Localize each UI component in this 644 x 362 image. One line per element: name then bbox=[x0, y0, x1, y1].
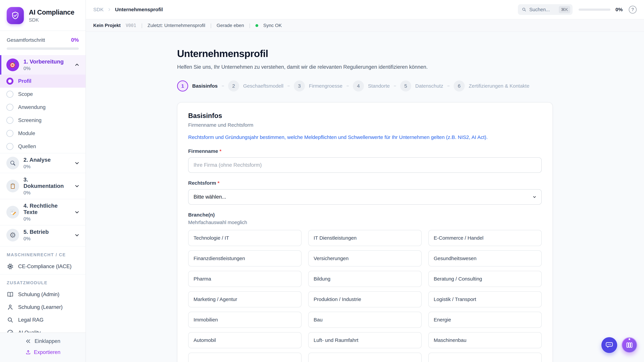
breadcrumb: SDK Unternehmensprofil bbox=[93, 7, 163, 12]
sidebar-group[interactable]: ⚙ 4. Rechtliche Texte 0% bbox=[0, 199, 86, 225]
group-icon: ⚙ bbox=[6, 206, 19, 219]
clipboard-icon bbox=[9, 183, 16, 190]
shield-check-icon bbox=[10, 11, 20, 20]
sidebar-module-item[interactable]: Schulung (Learner) bbox=[0, 301, 86, 314]
topbar-progress-track bbox=[578, 8, 610, 11]
branche-option-button[interactable]: Logistik / Transport bbox=[428, 291, 542, 307]
branche-option-button[interactable]: Automobil bbox=[188, 332, 302, 348]
sync-status: Sync OK bbox=[263, 23, 282, 28]
sidebar-module-item[interactable]: Legal RAG bbox=[0, 314, 86, 326]
sidebar-subitem-label: Profil bbox=[18, 78, 31, 84]
branche-option-button[interactable]: Immobilien bbox=[188, 312, 302, 328]
group-text: 2. Analyse 0% bbox=[24, 157, 51, 169]
sidebar-group[interactable]: ⚙ 2. Analyse 0% bbox=[0, 153, 86, 173]
divider: | bbox=[210, 23, 212, 28]
card-title: Basisinfos bbox=[188, 112, 542, 119]
wizard-step[interactable]: 6 Zertifizierungen & Kontakte bbox=[443, 80, 530, 91]
sidebar-subitem[interactable]: Module bbox=[0, 127, 86, 140]
chevron-right-icon bbox=[107, 7, 112, 12]
divider: | bbox=[249, 23, 250, 28]
chat-button[interactable] bbox=[602, 337, 617, 353]
wizard-step[interactable]: 1 Basisinfos bbox=[177, 80, 218, 91]
branche-option-button[interactable]: Energie bbox=[428, 312, 542, 328]
chevron-up-icon bbox=[74, 62, 80, 68]
sidebar-subitem-label: Scope bbox=[18, 91, 33, 97]
collapse-sidebar-button[interactable]: Einklappen bbox=[25, 338, 60, 344]
sidebar-subitem-label: Module bbox=[18, 130, 35, 136]
rechtsform-select[interactable]: Bitte wählen... bbox=[188, 189, 542, 205]
topbar-progress-value: 0% bbox=[616, 7, 623, 12]
chevron-down-icon bbox=[74, 209, 80, 215]
branche-option-button[interactable]: Pharma bbox=[188, 271, 302, 287]
sidebar-group[interactable]: ⚙ 5. Betrieb 0% bbox=[0, 225, 86, 245]
branche-option-button[interactable]: Beratung / Consulting bbox=[428, 271, 542, 287]
branche-option-button[interactable]: Finanzdienstleistungen bbox=[188, 250, 302, 267]
sidebar-subitem[interactable]: Screening bbox=[0, 114, 86, 127]
sidebar-groups: ⚙ 2. Analyse 0% bbox=[0, 153, 86, 245]
rechtsform-label: Rechtsform * bbox=[188, 180, 542, 186]
chat-bubble-icon bbox=[605, 341, 613, 349]
step-separator bbox=[394, 86, 396, 86]
branche-option-button[interactable]: Luft- und Raumfahrt bbox=[308, 332, 422, 348]
sidebar-subitem[interactable]: Anwendung bbox=[0, 101, 86, 114]
panels-button[interactable] bbox=[622, 337, 637, 353]
search-box[interactable]: ⌘K bbox=[518, 4, 572, 15]
branche-option-button[interactable]: Bau bbox=[308, 312, 422, 328]
columns-icon bbox=[626, 341, 634, 349]
sidebar-subitem[interactable]: Profil bbox=[0, 75, 86, 88]
step-separator bbox=[288, 86, 290, 86]
group-text: 5. Betrieb 0% bbox=[24, 229, 49, 242]
sidebar-nav: 1. Vorbereitung 0% Profil Scope Anwendun… bbox=[0, 55, 86, 333]
app-logo bbox=[7, 7, 24, 24]
sidebar-subitem-label: Quellen bbox=[18, 143, 36, 149]
content: Unternehmensprofil Helfen Sie uns, Ihr U… bbox=[86, 32, 644, 362]
overall-progress: Gesamtfortschritt 0% bbox=[0, 31, 86, 55]
step-label: Geschaeftsmodell bbox=[243, 83, 284, 89]
sidebar-subitem[interactable]: Quellen bbox=[0, 140, 86, 153]
firmenname-label: Firmenname * bbox=[188, 148, 542, 154]
version-badge: V001 bbox=[126, 23, 136, 28]
group-text: 4. Rechtliche Texte 0% bbox=[24, 203, 70, 222]
step-number: 4 bbox=[353, 80, 364, 91]
branche-option-button[interactable] bbox=[428, 353, 542, 362]
breadcrumb-root[interactable]: SDK bbox=[93, 7, 104, 12]
branche-option-button[interactable] bbox=[308, 353, 422, 362]
sidebar-group-vorbereitung[interactable]: 1. Vorbereitung 0% bbox=[0, 55, 86, 75]
wizard-stepper: 1 Basisinfos 2 Geschaeftsmodell 3 Firmen… bbox=[177, 80, 553, 91]
branche-option-button[interactable]: Technologie / IT bbox=[188, 230, 302, 246]
firmenname-input[interactable] bbox=[188, 157, 542, 173]
radio-icon bbox=[6, 117, 14, 124]
group-progress: 0% bbox=[24, 190, 70, 196]
radio-icon bbox=[6, 130, 14, 137]
step-separator bbox=[447, 86, 450, 86]
sidebar-group[interactable]: ⚙ 3. Dokumentation 0% bbox=[0, 173, 86, 199]
wizard-step[interactable]: 5 Datenschutz bbox=[390, 80, 443, 91]
sidebar-module-item[interactable]: Schulung (Admin) bbox=[0, 288, 86, 301]
wizard-step[interactable]: 3 Firmengroesse bbox=[284, 80, 342, 91]
branche-option-button[interactable]: IT Dienstleistungen bbox=[308, 230, 422, 246]
help-button[interactable]: ? bbox=[629, 6, 636, 13]
branche-option-button[interactable]: E-Commerce / Handel bbox=[428, 230, 542, 246]
sidebar-footer: Einklappen Exportieren bbox=[0, 333, 86, 362]
step-separator bbox=[346, 86, 349, 86]
branche-option-button[interactable]: Versicherungen bbox=[308, 250, 422, 267]
sidebar-module-item[interactable]: AI Quality bbox=[0, 326, 86, 333]
branche-option-button[interactable]: Marketing / Agentur bbox=[188, 291, 302, 307]
upload-icon bbox=[25, 349, 31, 355]
branche-option-button[interactable]: Maschinenbau bbox=[428, 332, 542, 348]
app-title-block: AI Compliance SDK bbox=[29, 8, 74, 23]
sidebar-subitem[interactable]: Scope bbox=[0, 88, 86, 101]
wizard-step[interactable]: 2 Geschaeftsmodell bbox=[218, 80, 284, 91]
search-input[interactable] bbox=[529, 7, 556, 12]
branche-option-button[interactable]: Produktion / Industrie bbox=[308, 291, 422, 307]
export-button[interactable]: Exportieren bbox=[25, 349, 60, 355]
sidebar-subitem-label: Anwendung bbox=[18, 104, 46, 110]
group-label: 3. Dokumentation bbox=[24, 176, 70, 189]
branche-option-button[interactable]: Bildung bbox=[308, 271, 422, 287]
wizard-step[interactable]: 4 Standorte bbox=[342, 80, 390, 91]
branche-option-button[interactable]: Gesundheitswesen bbox=[428, 250, 542, 267]
topbar-right: ⌘K 0% ? bbox=[518, 4, 636, 15]
step-label: Basisinfos bbox=[192, 83, 218, 89]
sidebar-module-item[interactable]: CE-Compliance (IACE) bbox=[0, 260, 86, 273]
branche-option-button[interactable] bbox=[188, 353, 302, 362]
